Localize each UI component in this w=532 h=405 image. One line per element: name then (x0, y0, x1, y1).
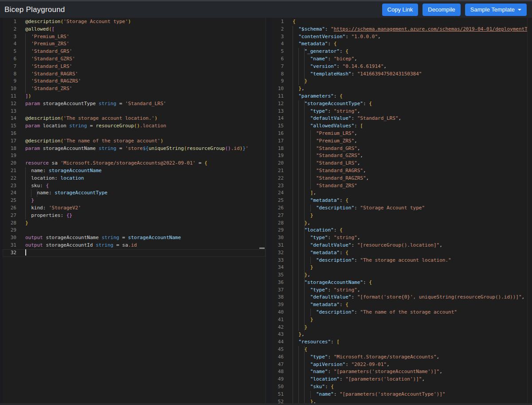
code-line[interactable]: 13 "type": "string", (271, 108, 532, 115)
code-line[interactable]: 7 'Standard_LRS' (3, 63, 266, 71)
code-line[interactable]: 13 (3, 108, 266, 115)
code-line[interactable]: 32 "metadata": { (271, 249, 532, 257)
code-line[interactable]: 4 'Premium_ZRS' (3, 40, 266, 48)
code-line[interactable]: 37 "type": "string", (271, 287, 532, 294)
code-line[interactable]: 4 "metadata": { (271, 40, 532, 48)
code-line[interactable]: 51 "name": "[parameters('storageAccountT… (271, 391, 532, 398)
code-line[interactable]: 15 "allowedValues": [ (271, 122, 532, 130)
code-line[interactable]: 32 (3, 249, 266, 257)
line-number: 18 (3, 145, 16, 153)
json-editor[interactable]: 1{2 "$schema": "https://schema.managemen… (271, 18, 532, 405)
code-line[interactable]: 22 "Standard_RAGZRS", (271, 175, 532, 182)
code-line[interactable]: 26 "description": "Storage Account type" (271, 204, 532, 212)
code-line[interactable]: 19 (3, 152, 266, 160)
code-line[interactable]: 36 "storageAccountName": { (271, 279, 532, 287)
code-line[interactable]: 11]) (3, 93, 266, 100)
code-line[interactable]: 30 "type": "string", (271, 234, 532, 242)
code-line[interactable]: 44 "resources": [ (271, 338, 532, 346)
code-line[interactable]: 24 name: storageAccountType (3, 189, 266, 197)
code-line[interactable]: 21 "Standard_RAGRS", (271, 167, 532, 175)
code-line[interactable]: 1@description('Storage Account type') (3, 18, 266, 26)
code-line[interactable]: 5 'Standard_GRS' (3, 48, 266, 55)
code-line[interactable]: 31output storageAccountId string = sa.id (3, 242, 266, 249)
code-line[interactable]: 5 "_generator": { (271, 48, 532, 55)
code-line[interactable]: 48 "name": "[parameters('storageAccountN… (271, 368, 532, 376)
code-line[interactable]: 31 "defaultValue": "[resourceGroup().loc… (271, 242, 532, 249)
code-line[interactable]: 40 "description": "The name of the stora… (271, 309, 532, 316)
code-text: @allowed([ (16, 26, 55, 33)
code-line[interactable]: 15param location string = resourceGroup(… (3, 122, 266, 130)
code-line[interactable]: 2 "$schema": "https://schema.management.… (271, 26, 532, 33)
code-line[interactable]: 11 "parameters": { (271, 93, 532, 100)
code-line[interactable]: 25 } (3, 197, 266, 204)
code-line[interactable]: 9 } (271, 78, 532, 85)
code-line[interactable]: 17@description('The name of the storage … (3, 138, 266, 145)
code-line[interactable]: 43 }, (271, 331, 532, 338)
code-line[interactable]: 17 "Premium_ZRS", (271, 138, 532, 145)
code-line[interactable]: 10 'Standard_ZRS' (3, 85, 266, 93)
code-line[interactable]: 8 "templateHash": "14166394750243150384" (271, 71, 532, 78)
code-line[interactable]: 16 (3, 130, 266, 138)
code-line[interactable]: 9 'Standard_RAGZRS' (3, 78, 266, 85)
code-line[interactable]: 22 location: location (3, 175, 266, 182)
line-number: 50 (271, 383, 284, 391)
code-line[interactable]: 12param storageAccountType string = 'Sta… (3, 100, 266, 108)
code-line[interactable]: 34 } (271, 264, 532, 271)
code-line[interactable]: 26 kind: 'StorageV2' (3, 204, 266, 212)
copy-link-button[interactable]: Copy Link (382, 4, 419, 16)
code-line[interactable]: 29 (3, 227, 266, 234)
code-line[interactable]: 35 }, (271, 271, 532, 279)
code-line[interactable]: 8 'Standard_RAGRS' (3, 71, 266, 78)
line-number: 13 (271, 108, 284, 115)
code-line[interactable]: 21 name: storageAccountName (3, 167, 266, 175)
code-line[interactable]: 6 'Standard_GZRS' (3, 55, 266, 63)
code-line[interactable]: 27 properties: {} (3, 212, 266, 220)
code-text: "metadata": { (284, 301, 348, 309)
code-line[interactable]: 16 "Premium_LRS", (271, 130, 532, 138)
code-line[interactable]: 33 "description": "The storage account l… (271, 257, 532, 264)
code-line[interactable]: 18param storageAccountName string = 'sto… (3, 145, 266, 153)
decompile-button[interactable]: Decompile (422, 4, 460, 16)
line-number: 4 (3, 40, 16, 48)
code-line[interactable]: 50 "sku": { (271, 383, 532, 391)
code-line[interactable]: 14@description('The storage account loca… (3, 115, 266, 122)
code-text: properties: {} (16, 212, 72, 220)
code-line[interactable]: 19 "Standard_GZRS", (271, 152, 532, 160)
code-line[interactable]: 20 "Standard_LRS", (271, 160, 532, 167)
code-line[interactable]: 28 }, (271, 220, 532, 227)
line-number: 47 (271, 361, 284, 369)
code-line[interactable]: 12 "storageAccountType": { (271, 100, 532, 108)
line-number: 6 (271, 55, 284, 63)
code-line[interactable]: 45 { (271, 346, 532, 354)
code-line[interactable]: 23 "Standard_ZRS" (271, 182, 532, 190)
code-line[interactable]: 47 "apiVersion": "2022-09-01", (271, 361, 532, 369)
code-line[interactable]: 42 } (271, 324, 532, 331)
code-line[interactable]: 39 "metadata": { (271, 301, 532, 309)
code-line[interactable]: 18 "Standard_GRS", (271, 145, 532, 153)
code-line[interactable]: 20resource sa 'Microsoft.Storage/storage… (3, 160, 266, 167)
code-line[interactable]: 38 "defaultValue": "[format('store{0}', … (271, 294, 532, 301)
code-line[interactable]: 6 "name": "bicep", (271, 55, 532, 63)
code-line[interactable]: 28} (3, 220, 266, 227)
code-line[interactable]: 3 "contentVersion": "1.0.0.0", (271, 33, 532, 41)
code-line[interactable]: 49 "location": "[parameters('location')]… (271, 376, 532, 383)
code-line[interactable]: 3 'Premium_LRS' (3, 33, 266, 41)
code-line[interactable]: 2@allowed([ (3, 26, 266, 33)
sample-template-button[interactable]: Sample Template (465, 4, 527, 16)
code-line[interactable]: 30output storageAccountName string = sto… (3, 234, 266, 242)
line-number: 27 (3, 212, 16, 220)
code-line[interactable]: 25 "metadata": { (271, 197, 532, 204)
code-line[interactable]: 23 sku: { (3, 182, 266, 190)
code-line[interactable]: 10 }, (271, 85, 532, 93)
code-line[interactable]: 46 "type": "Microsoft.Storage/storageAcc… (271, 354, 532, 361)
code-line[interactable]: 14 "defaultValue": "Standard_LRS", (271, 115, 532, 122)
code-line[interactable]: 29 "location": { (271, 227, 532, 234)
vertical-scrollbar[interactable] (527, 18, 532, 405)
code-line[interactable]: 41 } (271, 316, 532, 324)
bicep-editor[interactable]: 1@description('Storage Account type')2@a… (3, 18, 266, 405)
code-line[interactable]: 7 "version": "0.14.6.61914", (271, 63, 532, 71)
code-text: }, (284, 85, 305, 93)
code-line[interactable]: 1{ (271, 18, 532, 26)
code-line[interactable]: 27 } (271, 212, 532, 220)
code-line[interactable]: 24 ], (271, 189, 532, 197)
